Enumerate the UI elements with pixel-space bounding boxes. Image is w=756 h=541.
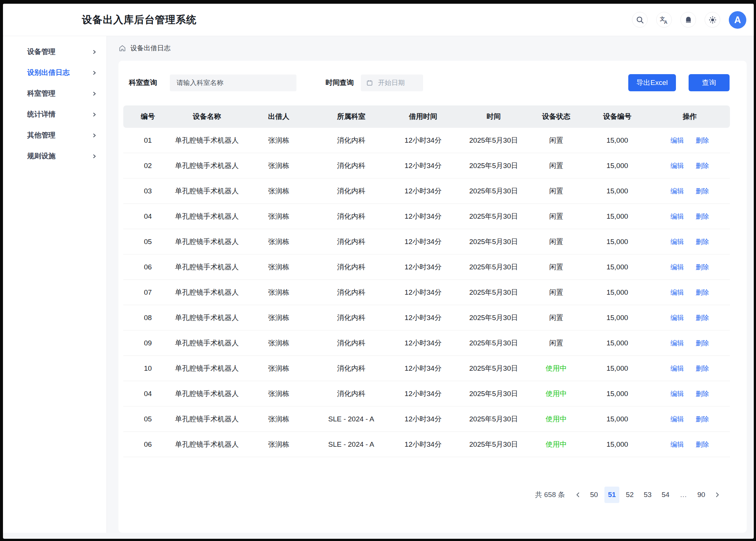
cell-borrower: 张润栋 [241,153,316,178]
theme-brightness-icon[interactable] [705,12,720,28]
page-number[interactable]: 53 [640,487,655,503]
table-row: 04 单孔腔镜手术机器人 张润栋 消化内科 12小时34分 2025年5月30日… [123,204,730,229]
chevron-right-icon [92,50,97,54]
top-header: 设备出入库后台管理系统 文 A [3,4,754,36]
cell-device-no: 15,000 [585,330,649,356]
sidebar-item-label: 设别出借日志 [27,68,92,77]
cell-department: 消化内科 [316,381,386,406]
cell-device-no: 15,000 [585,128,649,153]
query-button[interactable]: 查询 [689,74,730,91]
cell-device-name: 单孔腔镜手术机器人 [172,153,241,178]
cell-borrow-duration: 12小时34分 [386,356,460,381]
cell-date: 2025年5月30日 [460,305,527,330]
delete-link[interactable]: 删除 [696,365,709,372]
cell-device-name: 单孔腔镜手术机器人 [172,280,241,305]
start-date-picker[interactable]: 开始日期 [361,75,423,91]
cell-borrow-duration: 12小时34分 [386,280,460,305]
cell-department: 消化内科 [316,305,386,330]
cell-actions: 编辑 删除 [649,330,730,356]
header-actions: 文 A A [632,11,746,29]
cell-no: 04 [123,381,172,406]
edit-link[interactable]: 编辑 [670,415,684,423]
next-page-icon[interactable] [710,488,724,502]
translate-icon[interactable]: 文 A [656,12,672,28]
cell-actions: 编辑 删除 [649,280,730,305]
cell-date: 2025年5月30日 [460,229,527,254]
edit-link[interactable]: 编辑 [670,238,684,246]
export-excel-button[interactable]: 导出Excel [628,74,676,91]
cell-actions: 编辑 删除 [649,153,730,178]
page-number[interactable]: 54 [658,487,673,503]
sidebar-item[interactable]: 规则设施 [3,146,107,167]
cell-date: 2025年5月30日 [460,204,527,229]
dept-search-input[interactable] [170,75,296,91]
edit-link[interactable]: 编辑 [670,137,684,144]
delete-link[interactable]: 删除 [696,238,709,246]
cell-device-no: 15,000 [585,432,649,457]
page-number[interactable]: 50 [587,487,601,503]
avatar[interactable]: A [729,11,746,29]
cell-department: 消化内科 [316,229,386,254]
page-number[interactable]: 90 [694,487,709,503]
sidebar-item[interactable]: 科室管理 [3,83,107,104]
delete-link[interactable]: 删除 [696,137,709,144]
cell-no: 09 [123,330,172,356]
sidebar-item[interactable]: 设别出借日志 [3,62,107,83]
cell-department: 消化内科 [316,128,386,153]
cell-status: 闲置 [527,178,585,204]
edit-link[interactable]: 编辑 [670,162,684,170]
cell-date: 2025年5月30日 [460,153,527,178]
cell-borrower: 张润栋 [241,432,316,457]
delete-link[interactable]: 删除 [696,441,709,448]
cell-device-no: 15,000 [585,305,649,330]
cell-borrow-duration: 12小时34分 [386,406,460,432]
delete-link[interactable]: 删除 [696,415,709,423]
cell-date: 2025年5月30日 [460,254,527,280]
cell-device-no: 15,000 [585,406,649,432]
delete-link[interactable]: 删除 [696,187,709,195]
delete-link[interactable]: 删除 [696,213,709,220]
cell-department: 消化内科 [316,280,386,305]
sidebar-item[interactable]: 设备管理 [3,41,107,62]
page-number[interactable]: 51 [604,487,619,503]
delete-link[interactable]: 删除 [696,390,709,398]
edit-link[interactable]: 编辑 [670,441,684,448]
column-header: 时间 [460,105,527,128]
breadcrumb: 设备出借日志 [118,41,754,55]
cell-actions: 编辑 删除 [649,381,730,406]
chevron-right-icon [92,112,97,117]
table-row: 08 单孔腔镜手术机器人 张润栋 消化内科 12小时34分 2025年5月30日… [123,305,730,330]
cell-status: 闲置 [527,229,585,254]
delete-link[interactable]: 删除 [696,162,709,170]
table-row: 05 单孔腔镜手术机器人 张润栋 SLE - 2024 - A 12小时34分 … [123,406,730,432]
page-number[interactable]: 52 [622,487,637,503]
delete-link[interactable]: 删除 [696,289,709,296]
edit-link[interactable]: 编辑 [670,314,684,322]
delete-link[interactable]: 删除 [696,314,709,322]
cell-device-no: 15,000 [585,153,649,178]
sidebar-item-label: 统计详情 [27,110,92,119]
cell-borrow-duration: 12小时34分 [386,432,460,457]
edit-link[interactable]: 编辑 [670,213,684,220]
cell-no: 05 [123,229,172,254]
edit-link[interactable]: 编辑 [670,365,684,372]
edit-link[interactable]: 编辑 [670,187,684,195]
prev-page-icon[interactable] [571,488,585,502]
cell-status: 使用中 [527,381,585,406]
home-icon[interactable] [118,44,126,52]
search-icon[interactable] [632,12,648,28]
sidebar: 设备管理 设别出借日志 科室管理 统计详情 其他管理 规则设施 [3,36,107,533]
sidebar-item[interactable]: 统计详情 [3,104,107,125]
delete-link[interactable]: 删除 [696,339,709,347]
edit-link[interactable]: 编辑 [670,390,684,398]
cell-no: 03 [123,178,172,204]
cell-device-no: 15,000 [585,280,649,305]
sidebar-item[interactable]: 其他管理 [3,125,107,146]
column-header: 出借人 [241,105,316,128]
edit-link[interactable]: 编辑 [670,339,684,347]
notification-bell-icon[interactable] [680,12,696,28]
column-header: 所属科室 [316,105,386,128]
delete-link[interactable]: 删除 [696,263,709,271]
edit-link[interactable]: 编辑 [670,289,684,296]
edit-link[interactable]: 编辑 [670,263,684,271]
